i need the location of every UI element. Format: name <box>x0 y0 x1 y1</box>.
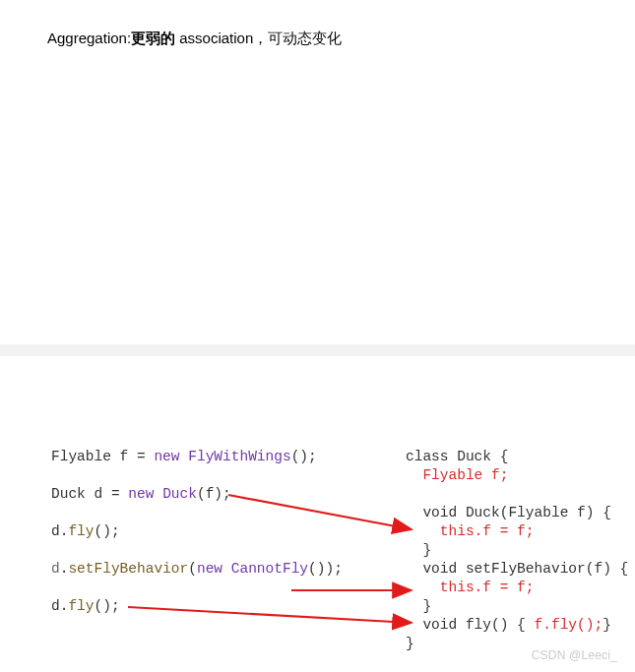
code-text: (); <box>95 523 120 539</box>
code-text <box>222 561 231 577</box>
code-text <box>154 486 162 502</box>
code-text: d. <box>51 598 68 614</box>
code-text <box>180 449 189 464</box>
code-text: f.fly(); <box>535 617 603 633</box>
code-line: d.setFlyBehavior(new CannotFly()); <box>51 560 343 579</box>
code-text: this.f = f; <box>406 580 535 595</box>
keyword-new: new <box>128 486 154 502</box>
code-left-column: Flyable f = new FlyWithWings(); Duck d =… <box>51 448 343 616</box>
heading-part2: 动态变化 <box>283 30 342 46</box>
code-text: void Duck(Flyable f) { <box>406 505 611 520</box>
blank-line <box>51 504 343 522</box>
code-line: d.fly(); <box>51 597 343 616</box>
keyword-new: new <box>197 561 222 577</box>
method-call: fly <box>68 523 94 539</box>
type-name: Duck <box>162 486 197 502</box>
code-text: } <box>406 598 431 614</box>
code-line: this.f = f; <box>406 579 628 597</box>
blank-line <box>51 541 343 560</box>
code-text: d <box>51 561 60 577</box>
top-text-section: Aggregation:更弱的 association，可动态变化 <box>0 0 635 344</box>
code-text: } <box>406 542 431 558</box>
heading-mid: association <box>175 30 253 46</box>
aggregation-heading: Aggregation:更弱的 association，可动态变化 <box>47 28 588 50</box>
heading-label: Aggregation: <box>47 30 131 46</box>
code-text: class Duck { <box>406 449 508 464</box>
keyword-new: new <box>154 449 179 464</box>
code-line: Flyable f = new FlyWithWings(); <box>51 448 343 466</box>
code-line: this.f = f; <box>406 522 628 541</box>
code-text: (); <box>95 598 120 614</box>
section-divider <box>0 344 635 356</box>
code-text: Flyable f = <box>51 449 154 464</box>
heading-part1: 更弱的 <box>131 30 175 46</box>
code-line: Duck d = new Duck(f); <box>51 485 343 504</box>
watermark: CSDN @Leeci_ <box>532 648 617 662</box>
code-line: class Duck { <box>406 448 628 466</box>
code-text: } <box>603 617 611 633</box>
code-text: Duck d = <box>51 486 128 502</box>
type-name: FlyWithWings <box>188 449 290 464</box>
blank-line <box>51 466 343 485</box>
code-line: d.fly(); <box>51 522 343 541</box>
code-text: ( <box>188 561 197 577</box>
code-line: void Duck(Flyable f) { <box>406 504 628 522</box>
code-line: void setFlyBehavior(f) { <box>406 560 628 579</box>
code-text: (f); <box>197 486 231 502</box>
code-text: void fly() { <box>406 617 535 633</box>
code-right-column: class Duck { Flyable f; void Duck(Flyabl… <box>406 448 628 653</box>
heading-sep: ，可 <box>253 30 283 46</box>
code-line: Flyable f; <box>406 466 628 485</box>
blank-line <box>406 485 628 504</box>
type-name: CannotFly <box>231 561 308 577</box>
code-text: ()); <box>308 561 343 577</box>
blank-line <box>51 579 343 597</box>
code-text: this.f = f; <box>406 523 535 539</box>
code-text: d. <box>51 523 68 539</box>
code-line: } <box>406 541 628 560</box>
code-text: void setFlyBehavior(f) { <box>406 561 628 577</box>
code-text: } <box>406 636 414 651</box>
code-text: (); <box>291 449 317 464</box>
code-text: Flyable f; <box>406 467 508 483</box>
code-line: } <box>406 597 628 616</box>
method-call: fly <box>68 598 94 614</box>
method-call: setFlyBehavior <box>68 561 188 577</box>
code-line: void fly() { f.fly();} <box>406 616 628 635</box>
